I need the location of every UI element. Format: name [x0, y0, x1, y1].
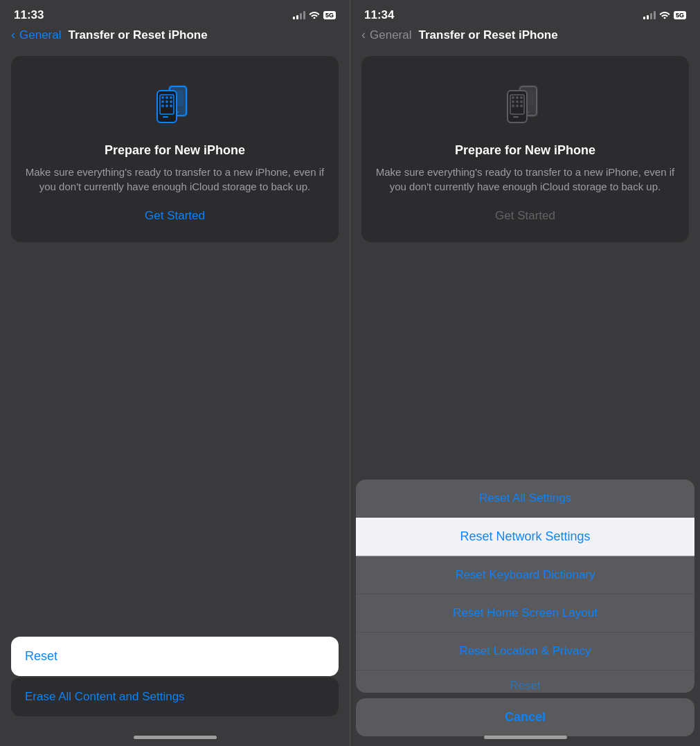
svg-rect-22: [513, 116, 519, 118]
right-phone: 11:34 5G ‹ General Transfer or Reset iPh…: [350, 0, 700, 746]
svg-point-10: [161, 100, 164, 103]
right-prepare-card: Prepare for New iPhone Make sure everyth…: [361, 56, 689, 242]
left-reset-label: Reset: [25, 649, 57, 663]
left-status-icons: 5G: [293, 10, 336, 21]
left-wifi-icon: [309, 10, 320, 21]
right-prepare-desc: Make sure everything's ready to transfer…: [375, 165, 675, 194]
right-action-sheet: Reset All Settings Reset Network Setting…: [350, 480, 700, 746]
left-prepare-card: Prepare for New iPhone Make sure everyth…: [11, 56, 339, 242]
right-5g-badge: 5G: [674, 11, 686, 19]
left-back-label[interactable]: General: [19, 28, 61, 42]
left-nav-bar: ‹ General Transfer or Reset iPhone: [0, 25, 350, 48]
left-erase-row[interactable]: Erase All Content and Settings: [11, 677, 339, 716]
right-get-started-button[interactable]: Get Started: [495, 206, 555, 226]
svg-point-27: [516, 100, 519, 103]
right-back-label[interactable]: General: [370, 28, 411, 42]
svg-point-12: [170, 100, 172, 103]
left-phone: 11:33 5G ‹ General Transfer or Reset iPh…: [0, 0, 350, 746]
svg-point-28: [520, 100, 523, 103]
reset-network-settings-label: Reset Network Settings: [460, 529, 590, 543]
svg-point-30: [516, 104, 519, 107]
cancel-button[interactable]: Cancel: [356, 698, 694, 736]
right-wifi-icon: [659, 10, 670, 21]
left-back-icon[interactable]: ‹: [11, 28, 15, 42]
svg-point-8: [165, 96, 168, 99]
reset-home-screen-layout-item[interactable]: Reset Home Screen Layout: [356, 594, 694, 633]
reset-network-settings-item[interactable]: Reset Network Settings: [356, 518, 694, 556]
svg-point-29: [512, 104, 514, 107]
right-back-icon[interactable]: ‹: [361, 28, 366, 42]
svg-point-14: [165, 104, 168, 107]
svg-point-23: [512, 96, 514, 99]
left-bottom-section: Reset Erase All Content and Settings: [0, 637, 350, 730]
right-home-indicator: [484, 736, 567, 739]
right-time: 11:34: [364, 8, 394, 22]
reset-options-sheet: Reset All Settings Reset Network Setting…: [356, 480, 694, 693]
left-phone-icon: [147, 75, 203, 134]
right-prepare-title: Prepare for New iPhone: [455, 143, 595, 158]
left-status-bar: 11:33 5G: [0, 0, 350, 25]
left-get-started-button[interactable]: Get Started: [145, 206, 205, 226]
left-erase-label: Erase All Content and Settings: [25, 690, 185, 703]
left-signal-icon: [293, 11, 305, 19]
reset-location-privacy-item[interactable]: Reset Location & Privacy: [356, 633, 694, 671]
right-status-icons: 5G: [643, 10, 686, 21]
reset-partial-item: Reset: [356, 671, 694, 693]
left-home-indicator: [134, 736, 217, 739]
right-signal-icon: [643, 11, 656, 19]
left-card-area: Prepare for New iPhone Make sure everyth…: [0, 48, 350, 637]
svg-point-31: [520, 104, 523, 107]
right-phone-icon: [498, 75, 553, 134]
left-reset-row[interactable]: Reset: [11, 637, 339, 676]
svg-point-24: [516, 96, 519, 99]
svg-point-9: [170, 96, 172, 99]
reset-partial-label: Reset: [510, 679, 540, 692]
right-nav-title: Transfer or Reset iPhone: [418, 28, 557, 42]
svg-point-11: [165, 100, 168, 103]
reset-location-privacy-label: Reset Location & Privacy: [460, 644, 591, 657]
svg-point-26: [512, 100, 514, 103]
left-prepare-title: Prepare for New iPhone: [105, 143, 245, 158]
right-status-bar: 11:34 5G: [350, 0, 700, 25]
svg-point-15: [170, 104, 172, 107]
reset-all-settings-label: Reset All Settings: [479, 491, 571, 504]
svg-rect-6: [163, 116, 168, 118]
reset-home-screen-layout-label: Reset Home Screen Layout: [453, 606, 598, 619]
cancel-label: Cancel: [356, 698, 694, 736]
reset-keyboard-dictionary-label: Reset Keyboard Dictionary: [455, 568, 595, 581]
left-time: 11:33: [14, 8, 44, 22]
left-5g-badge: 5G: [323, 11, 336, 19]
left-prepare-desc: Make sure everything's ready to transfer…: [25, 165, 325, 194]
svg-point-25: [520, 96, 523, 99]
svg-point-13: [161, 104, 164, 107]
right-nav-bar: ‹ General Transfer or Reset iPhone: [350, 25, 700, 48]
left-nav-title: Transfer or Reset iPhone: [68, 28, 207, 42]
reset-all-settings-item[interactable]: Reset All Settings: [356, 480, 694, 518]
svg-point-7: [161, 96, 164, 99]
reset-keyboard-dictionary-item[interactable]: Reset Keyboard Dictionary: [356, 556, 694, 594]
